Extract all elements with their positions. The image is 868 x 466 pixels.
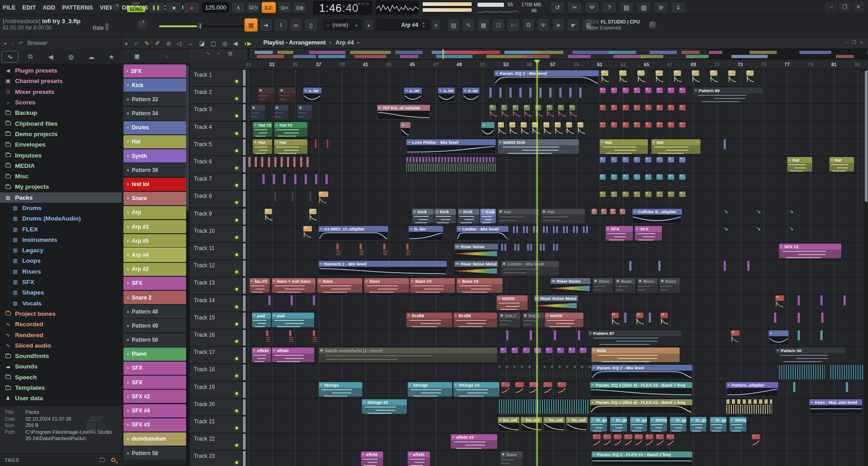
clip-ticks[interactable] xyxy=(274,191,276,201)
clip-riser-noise[interactable]: ↦Riser Noise xyxy=(551,278,591,293)
clip-x[interactable]: ✕ xyxy=(251,105,265,119)
browser-item-recorded[interactable]: ∿Recorded xyxy=(0,319,122,329)
clip-ticks[interactable] xyxy=(747,261,750,271)
clip-tetttttt[interactable]: ≡tetttttt xyxy=(545,313,584,327)
clip-ticks[interactable] xyxy=(326,174,328,184)
browser-item-sounds[interactable]: ☁Sounds xyxy=(0,361,122,372)
browser-item-envelopes[interactable]: Envelopes xyxy=(0,139,122,150)
clip-ticks[interactable] xyxy=(629,261,631,271)
clip-pattern-69[interactable]: ≡Pattern 69 xyxy=(693,88,763,102)
clip-ho-vel[interactable]: ⌁ho..vel xyxy=(566,417,587,432)
clip-ticks[interactable] xyxy=(327,139,328,148)
clip-cellspat[interactable]: ≡ xyxy=(601,209,607,214)
clip-cellspat[interactable]: ≡ xyxy=(620,209,625,214)
clip-ticks[interactable] xyxy=(539,88,542,98)
clip-cellsarrow[interactable]: ↦ xyxy=(577,122,583,134)
browser-item-sfx[interactable]: ▥SFX xyxy=(0,277,122,287)
touch-button[interactable]: ➤ xyxy=(552,18,565,32)
pattern-hat[interactable]: ≡Hat xyxy=(123,135,186,148)
clip-cellspat[interactable]: ≡ xyxy=(656,174,662,180)
clip-st-gs[interactable]: ≡St..gs xyxy=(710,417,727,432)
browser-item-flex[interactable]: ▥FLEX xyxy=(0,224,122,234)
tap-tempo-button[interactable]: ⋏ xyxy=(232,2,245,13)
browser-item-soundfonts[interactable]: Soundfonts xyxy=(0,351,122,361)
clip-ticks[interactable] xyxy=(315,174,317,184)
clip-cellspat[interactable]: ≡ xyxy=(580,348,587,353)
pattern-sfx-3[interactable]: ≡SFX #3 xyxy=(123,418,186,432)
clip-striped[interactable] xyxy=(336,244,341,255)
clip-cellsarrow[interactable]: ↦ xyxy=(555,122,561,134)
clip-cellspat[interactable]: ≡ xyxy=(634,88,640,93)
clip-arrowticks[interactable]: ➘ xyxy=(757,226,761,232)
clip-xrow[interactable]: ✕✕✕✕✕✕✕✕✕✕✕✕✕ xyxy=(498,365,591,377)
clip-hat[interactable]: ≡Hat xyxy=(787,157,812,172)
clip-ho-vel[interactable]: ⌁ho..vel xyxy=(498,417,519,432)
clip-limiter-mix-level[interactable]: ⌁Limiter - Mix level xyxy=(457,226,508,240)
clip-cellspat[interactable]: ≡ xyxy=(668,105,674,110)
clip-love-philter-mix-level[interactable]: ⌁Love Philter - Mix level xyxy=(406,139,496,154)
clip-st-gs[interactable]: ≡St..gs xyxy=(610,417,627,432)
clip-cellspat[interactable]: ≡ xyxy=(679,191,685,197)
clip-param-eq-2-mix-level[interactable]: ⌁Param. EQ 2 - Mix level xyxy=(592,365,692,379)
slide-icon[interactable]: ⌁ xyxy=(217,50,220,56)
clip-bass-2[interactable]: ≡Bass #2 xyxy=(410,278,455,293)
browser-item-vocals[interactable]: ▥Vocals xyxy=(0,298,122,309)
clip-burst[interactable]: ↦ xyxy=(319,191,328,204)
clip-s-ier[interactable]: ⌁s..ier xyxy=(303,88,321,102)
clip-ticks[interactable] xyxy=(624,313,626,323)
playhead-marker[interactable] xyxy=(534,60,540,64)
clip-cellspat[interactable]: ≡ xyxy=(611,191,617,197)
clip-hat[interactable]: ✕Hat xyxy=(541,209,585,223)
pattern-arp-2[interactable]: ≡Arp #2 xyxy=(123,263,186,276)
clip-cellspat[interactable]: ≡ xyxy=(611,174,617,180)
clip-ticks[interactable] xyxy=(313,295,315,305)
browser-item-mixer-presets[interactable]: ☷Mixer presets xyxy=(0,87,122,97)
clip-strings[interactable]: ≡Strings xyxy=(730,417,746,432)
pattern-snare[interactable]: ≡Snare xyxy=(123,192,186,205)
pattern-pattern-48[interactable]: ≡Pattern 48 xyxy=(123,305,186,318)
playlist-crumb[interactable]: Arp #4 xyxy=(335,39,354,46)
clip-striped[interactable] xyxy=(313,330,317,342)
browser-structure-button[interactable]: ⊢ xyxy=(507,18,520,32)
cloud-tab[interactable]: ☁ xyxy=(83,51,100,63)
pattern-prev-button[interactable]: ▸ xyxy=(364,20,374,30)
clip-autocells[interactable]: ⌁ xyxy=(593,434,601,446)
mute-icon[interactable]: ◁ xyxy=(177,40,182,47)
clip-ticks[interactable] xyxy=(649,313,651,323)
clip-cellspat[interactable]: ≡ xyxy=(656,157,662,162)
clip-arrowticks[interactable]: ➘ xyxy=(757,209,761,215)
pattern-sfx[interactable]: •SFX xyxy=(123,64,186,78)
clip-ticks[interactable] xyxy=(248,157,251,167)
clip-ticks[interactable] xyxy=(273,174,275,184)
clip-x[interactable]: ✕ xyxy=(274,105,289,119)
pattern-drums[interactable]: ≡Drums xyxy=(123,121,186,134)
timeline-ruler[interactable]: 3133353739414345474951535557596163656769… xyxy=(190,59,868,69)
clip-bra-8[interactable]: ≡Braß8 xyxy=(454,313,497,327)
clip-x[interactable]: ✕ xyxy=(279,88,296,102)
browser-item-sliced-audio[interactable]: ∿Sliced audio xyxy=(0,340,122,351)
clip-cellsarrow[interactable]: ↦ xyxy=(547,105,552,117)
record-button[interactable]: ● xyxy=(183,2,200,13)
clip-cellspat[interactable]: ≡ xyxy=(668,122,674,128)
zoom-icon[interactable]: ◎ xyxy=(222,40,227,47)
clip-ticks[interactable] xyxy=(843,295,846,305)
browser-item-scores[interactable]: ♪Scores xyxy=(0,97,122,108)
playlist-minimap[interactable] xyxy=(247,49,868,59)
master-pitch-slider[interactable] xyxy=(159,15,254,37)
clip-cellspat[interactable]: ≡ xyxy=(500,348,507,353)
clip-auto[interactable]: ⌁ xyxy=(400,122,410,137)
save-icon[interactable]: ▤ xyxy=(619,2,634,13)
clip-pattern-67[interactable]: ≡Pattern 67 xyxy=(588,330,681,345)
clip-kick[interactable]: ≡Kick xyxy=(458,209,479,223)
pattern-arp-5[interactable]: ≡Arp #5 xyxy=(123,234,186,247)
pattern-snare-2[interactable]: ≡Snare 2 xyxy=(123,291,186,304)
clip-ticks[interactable] xyxy=(268,295,271,305)
menu-add[interactable]: ADD xyxy=(43,5,55,11)
stop-button[interactable]: ■ xyxy=(166,2,182,13)
clip-cellsarrow[interactable]: ↦ xyxy=(524,105,530,117)
clip-ticks[interactable] xyxy=(559,88,562,98)
clip-a1-0001-cl-ultiplier[interactable]: ⌁A1-0001_cl..ultiplier xyxy=(319,226,388,240)
clip-ticks[interactable] xyxy=(530,330,532,340)
clip-ticks[interactable] xyxy=(519,88,522,98)
clip-burst[interactable]: ↦ xyxy=(656,70,663,83)
